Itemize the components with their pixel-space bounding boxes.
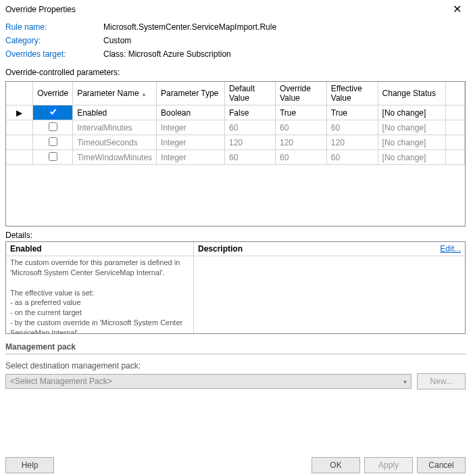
override-checkbox[interactable] (49, 122, 57, 131)
override-checkbox[interactable] (49, 152, 57, 161)
param-name-cell: TimeoutSeconds (73, 135, 157, 150)
effective-value-cell: 60 (326, 150, 378, 165)
col-change-status[interactable]: Change Status (378, 82, 445, 105)
details-left-body[interactable]: The custom override for this parameter i… (6, 256, 193, 333)
col-extra[interactable] (445, 82, 464, 105)
overrides-target-value: Class: Microsoft Azure Subscription (103, 49, 231, 59)
details-left-panel: Enabled The custom override for this par… (6, 242, 194, 333)
col-override-value[interactable]: Override Value (275, 82, 326, 105)
rule-name-label: Rule name: (5, 22, 103, 32)
extra-cell (445, 120, 464, 135)
overrides-target-label: Overrides target: (5, 49, 103, 59)
description-body (194, 256, 465, 333)
row-indicator-cell (6, 135, 33, 150)
new-mp-button[interactable]: New... (417, 373, 466, 389)
table-row[interactable]: ▶EnabledBooleanFalseTrueTrue[No change] (6, 105, 465, 120)
default-value-cell: 60 (225, 150, 276, 165)
row-indicator-cell: ▶ (6, 105, 33, 120)
cancel-button[interactable]: Cancel (417, 457, 466, 473)
param-type-cell: Boolean (157, 105, 225, 120)
override-value-cell[interactable]: 120 (275, 135, 326, 150)
window-title: Override Properties (5, 5, 76, 14)
table-row[interactable]: IntervalMinutesInteger606060[No change] (6, 120, 465, 135)
details-label: Details: (0, 227, 471, 241)
override-value-cell[interactable]: 60 (275, 120, 326, 135)
row-indicator-cell (6, 150, 33, 165)
rule-name-value: Microsoft.SystemCenter.ServiceMapImport.… (103, 22, 276, 32)
details-left-header: Enabled (6, 242, 193, 256)
param-name-cell: IntervalMinutes (73, 120, 157, 135)
override-checkbox[interactable] (49, 108, 57, 116)
details-box: Enabled The custom override for this par… (5, 241, 466, 334)
close-icon: ✕ (453, 3, 462, 15)
details-line: - as a preferred value (10, 298, 189, 308)
override-value-cell[interactable]: True (275, 105, 326, 120)
ok-button[interactable]: OK (312, 457, 360, 473)
management-pack-header: Management pack (5, 342, 466, 354)
override-cell[interactable] (33, 105, 73, 120)
row-indicator-cell (6, 120, 33, 135)
default-value-cell: False (225, 105, 276, 120)
details-line: The effective value is set: (10, 288, 189, 298)
category-label: Category: (5, 36, 103, 45)
col-effective-value[interactable]: Effective Value (326, 82, 378, 105)
description-header: Description (198, 244, 243, 254)
details-line: - by the custom override in 'Microsoft S… (10, 318, 189, 333)
param-type-cell: Integer (157, 135, 225, 150)
override-value-cell[interactable]: 60 (275, 150, 326, 165)
effective-value-cell: 60 (326, 120, 378, 135)
management-pack-select[interactable]: <Select Management Pack> ▾ (5, 374, 412, 389)
override-cell[interactable] (33, 120, 73, 135)
apply-button[interactable]: Apply (364, 457, 413, 473)
param-type-cell: Integer (157, 120, 225, 135)
close-button[interactable]: ✕ (449, 4, 466, 15)
grid-table: Override Parameter Name▲ Parameter Type … (6, 82, 465, 165)
col-parameter-name[interactable]: Parameter Name▲ (73, 82, 157, 105)
param-type-cell: Integer (157, 150, 225, 165)
col-pname-text: Parameter Name (77, 89, 139, 98)
change-status-cell: [No change] (378, 120, 445, 135)
parameters-grid: Override Parameter Name▲ Parameter Type … (5, 81, 466, 227)
table-row[interactable]: TimeoutSecondsInteger120120120[No change… (6, 135, 465, 150)
titlebar: Override Properties ✕ (0, 0, 471, 18)
col-row-indicator[interactable] (6, 82, 33, 105)
management-pack-label: Select destination management pack: (0, 354, 471, 372)
table-row[interactable]: TimeWindowMinutesInteger606060[No change… (6, 150, 465, 165)
override-cell[interactable] (33, 135, 73, 150)
effective-value-cell: True (326, 105, 378, 120)
sort-asc-icon: ▲ (141, 91, 147, 97)
col-override[interactable]: Override (33, 82, 73, 105)
override-checkbox[interactable] (49, 137, 57, 146)
change-status-cell: [No change] (378, 150, 445, 165)
col-parameter-type[interactable]: Parameter Type (157, 82, 225, 105)
col-default-value[interactable]: Default Value (225, 82, 276, 105)
grid-scroll[interactable]: Override Parameter Name▲ Parameter Type … (6, 82, 465, 226)
default-value-cell: 60 (225, 120, 276, 135)
mp-select-value: <Select Management Pack> (10, 377, 112, 386)
param-name-cell: Enabled (73, 105, 157, 120)
edit-link[interactable]: Edit... (440, 244, 461, 254)
details-line: - on the current target (10, 308, 189, 318)
change-status-cell: [No change] (378, 105, 445, 120)
extra-cell (445, 105, 464, 120)
default-value-cell: 120 (225, 135, 276, 150)
chevron-down-icon: ▾ (403, 378, 407, 385)
details-line: The custom override for this parameter i… (10, 258, 189, 278)
details-right-panel: Description Edit... (194, 242, 465, 333)
category-value: Custom (103, 36, 131, 45)
change-status-cell: [No change] (378, 135, 445, 150)
override-cell[interactable] (33, 150, 73, 165)
param-name-cell: TimeWindowMinutes (73, 150, 157, 165)
dialog-buttons: Help OK Apply Cancel (0, 454, 471, 476)
grid-label: Override-controlled parameters: (0, 61, 471, 80)
meta-section: Rule name: Microsoft.SystemCenter.Servic… (0, 18, 471, 61)
extra-cell (445, 135, 464, 150)
effective-value-cell: 120 (326, 135, 378, 150)
extra-cell (445, 150, 464, 165)
help-button[interactable]: Help (5, 457, 54, 473)
